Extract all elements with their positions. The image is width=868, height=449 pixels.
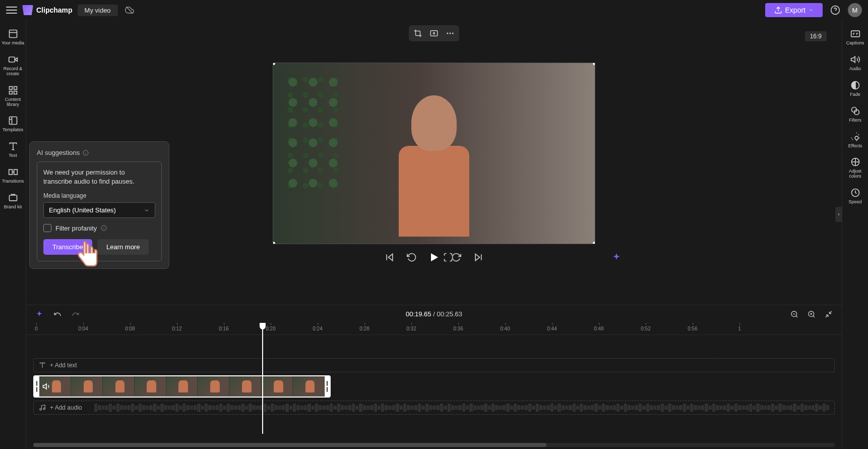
help-button[interactable] bbox=[828, 3, 843, 18]
app-logo[interactable]: Clipchamp bbox=[22, 5, 73, 15]
clip-handle-right[interactable] bbox=[325, 376, 330, 397]
resize-handle-tr[interactable] bbox=[593, 63, 595, 65]
language-select[interactable]: English (United States) bbox=[43, 202, 155, 218]
video-track[interactable] bbox=[33, 375, 835, 398]
nav-brand-kit[interactable]: Brand kit bbox=[0, 188, 26, 214]
fullscreen-button[interactable] bbox=[442, 251, 454, 263]
ai-sparkle-button[interactable] bbox=[610, 251, 623, 263]
zoom-in-button[interactable] bbox=[805, 308, 818, 320]
clip-handle-left[interactable] bbox=[34, 376, 39, 397]
timeline-scrollbar[interactable] bbox=[33, 443, 835, 447]
info-icon[interactable] bbox=[83, 150, 89, 156]
ruler-tick: 0:08 bbox=[125, 326, 135, 331]
ruler-tick: 0:56 bbox=[688, 326, 697, 331]
video-clip[interactable] bbox=[33, 375, 331, 398]
resize-handle-br[interactable] bbox=[593, 242, 595, 244]
svg-rect-9 bbox=[14, 91, 17, 94]
cloud-sync-icon[interactable] bbox=[125, 6, 134, 15]
transcribe-button[interactable]: Transcribe bbox=[43, 239, 92, 255]
nav-your-media[interactable]: Your media bbox=[0, 24, 26, 50]
svg-point-37 bbox=[40, 409, 42, 411]
skip-back-button[interactable] bbox=[384, 251, 396, 263]
zoom-out-button[interactable] bbox=[788, 308, 800, 320]
nav-record-create[interactable]: Record & create bbox=[0, 50, 26, 81]
svg-point-44 bbox=[855, 136, 858, 140]
hamburger-menu[interactable] bbox=[6, 5, 17, 16]
undo-button[interactable] bbox=[51, 308, 64, 320]
clip-mute-icon[interactable] bbox=[42, 382, 51, 391]
ruler-tick: 0:20 bbox=[266, 326, 275, 331]
info-icon[interactable] bbox=[101, 225, 107, 231]
ai-popup-title: AI suggestions bbox=[37, 149, 80, 156]
learn-more-button[interactable]: Learn more bbox=[97, 239, 149, 255]
video-preview[interactable] bbox=[273, 63, 595, 244]
ai-suggestions-panel: AI suggestions We need your permission t… bbox=[29, 141, 169, 269]
svg-line-0 bbox=[126, 7, 133, 14]
svg-rect-13 bbox=[9, 170, 12, 175]
library-icon bbox=[8, 85, 19, 96]
templates-icon bbox=[8, 115, 19, 126]
more-button[interactable] bbox=[444, 27, 456, 39]
svg-rect-14 bbox=[14, 170, 17, 175]
zoom-fit-button[interactable] bbox=[823, 308, 835, 320]
nav-text[interactable]: Text bbox=[0, 137, 26, 162]
ruler-tick: 0:32 bbox=[406, 326, 416, 331]
ruler-tick: 0:16 bbox=[219, 326, 228, 331]
resize-handle-bl[interactable] bbox=[273, 242, 275, 244]
ruler-tick: 1 bbox=[738, 326, 741, 331]
nav-templates[interactable]: Templates bbox=[0, 111, 26, 137]
nav-speed[interactable]: Speed bbox=[842, 183, 868, 209]
filter-profanity-label: Filter profanity bbox=[55, 224, 97, 232]
filter-profanity-checkbox[interactable] bbox=[43, 224, 51, 232]
nav-content-library[interactable]: Content library bbox=[0, 81, 26, 111]
svg-line-27 bbox=[796, 316, 797, 317]
skip-forward-button[interactable] bbox=[472, 251, 484, 263]
svg-marker-40 bbox=[851, 57, 855, 63]
project-title[interactable]: My video bbox=[78, 5, 118, 16]
svg-rect-7 bbox=[14, 86, 17, 89]
svg-rect-6 bbox=[9, 86, 12, 89]
clipchamp-logo-icon bbox=[22, 5, 33, 15]
transitions-icon bbox=[8, 166, 19, 178]
svg-line-34 bbox=[826, 315, 828, 317]
aspect-ratio-badge[interactable]: 16:9 bbox=[805, 31, 827, 41]
crop-button[interactable] bbox=[412, 27, 424, 39]
export-button[interactable]: Export bbox=[765, 3, 823, 17]
text-icon bbox=[39, 362, 46, 369]
timeline[interactable]: 00:040:080:120:160:200:240:280:320:360:4… bbox=[26, 323, 842, 449]
play-button[interactable] bbox=[428, 251, 440, 263]
chevron-down-icon bbox=[809, 8, 814, 13]
nav-effects[interactable]: Effects bbox=[842, 127, 868, 153]
playhead[interactable] bbox=[262, 323, 263, 434]
collapse-right-panel[interactable] bbox=[835, 207, 842, 222]
preview-toolbar bbox=[409, 25, 459, 41]
media-language-label: Media language bbox=[43, 192, 155, 199]
timeline-ruler[interactable]: 00:040:080:120:160:200:240:280:320:360:4… bbox=[26, 323, 842, 335]
nav-transitions[interactable]: Transitions bbox=[0, 162, 26, 188]
svg-rect-39 bbox=[851, 31, 859, 37]
rewind-button[interactable] bbox=[406, 251, 418, 263]
svg-line-33 bbox=[829, 311, 832, 314]
nav-adjust-colors[interactable]: Adjust colors bbox=[842, 152, 868, 183]
text-track[interactable]: + Add text bbox=[33, 358, 835, 372]
ruler-tick: 0:12 bbox=[172, 326, 181, 331]
export-label: Export bbox=[785, 6, 805, 14]
audio-track[interactable]: + Add audio bbox=[33, 401, 835, 415]
media-icon bbox=[8, 28, 19, 39]
text-icon bbox=[8, 141, 19, 152]
right-sidebar: Captions Audio Fade Filters Effects Adju… bbox=[842, 20, 868, 449]
nav-filters[interactable]: Filters bbox=[842, 101, 868, 127]
ai-timeline-button[interactable] bbox=[33, 308, 45, 320]
ruler-tick: 0:40 bbox=[500, 326, 510, 331]
redo-button[interactable] bbox=[70, 308, 82, 320]
nav-fade[interactable]: Fade bbox=[842, 76, 868, 101]
video-frame-content bbox=[273, 63, 595, 244]
fit-button[interactable] bbox=[428, 27, 440, 39]
ruler-tick: 0:04 bbox=[78, 326, 88, 331]
left-sidebar: Your media Record & create Content libra… bbox=[0, 20, 26, 449]
timeline-scrollbar-thumb[interactable] bbox=[33, 443, 546, 447]
nav-audio[interactable]: Audio bbox=[842, 50, 868, 76]
user-avatar[interactable]: M bbox=[848, 3, 862, 17]
time-display: 00:19.65 / 00:25.63 bbox=[406, 310, 462, 318]
nav-captions[interactable]: Captions bbox=[842, 24, 868, 50]
